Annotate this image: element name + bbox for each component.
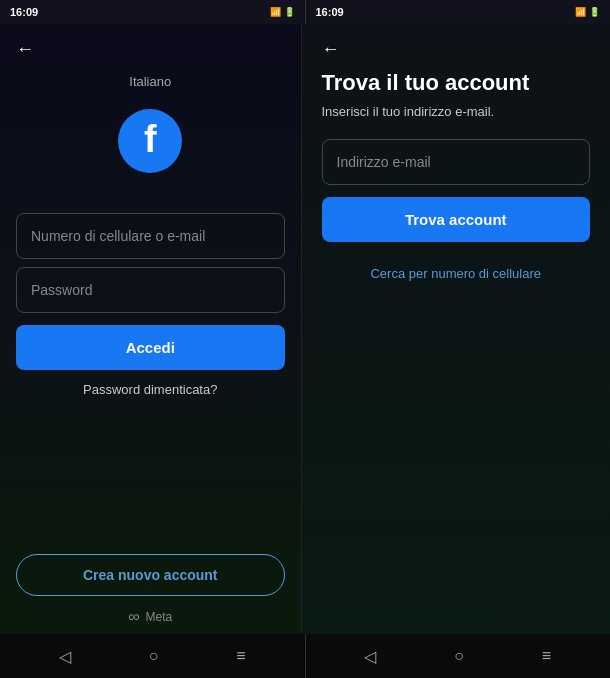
screens-container: ← Italiano f Accedi Password dimenticata… [0,24,610,634]
login-screen: ← Italiano f Accedi Password dimenticata… [0,24,301,634]
signal-icon-right: 📶 [575,7,586,17]
find-account-screen: ← Trova il tuo account Inserisci il tuo … [301,24,611,634]
time-left: 16:09 [10,6,38,18]
navigation-bar: ◁ ○ ≡ ◁ ○ ≡ [0,634,610,678]
password-input[interactable] [16,267,285,313]
nav-home-right[interactable]: ○ [454,647,464,665]
meta-label: Meta [146,610,173,624]
meta-footer: ∞ Meta [128,608,172,626]
find-account-button[interactable]: Trova account [322,197,591,242]
find-account-subtitle: Inserisci il tuo indirizzo e-mail. [322,104,591,119]
nav-right: ◁ ○ ≡ [306,634,611,678]
create-account-button[interactable]: Crea nuovo account [16,554,285,596]
time-right: 16:09 [316,6,344,18]
nav-menu-left[interactable]: ≡ [236,647,245,665]
status-icons-right: 📶 🔋 [575,7,600,17]
facebook-logo: f [118,109,182,173]
status-bar: 16:09 📶 🔋 16:09 📶 🔋 [0,0,610,24]
spacer-right [322,281,591,634]
back-button-right[interactable]: ← [322,40,340,58]
status-bar-right: 16:09 📶 🔋 [305,0,611,24]
status-icons-left: 📶 🔋 [270,7,295,17]
status-bar-left: 16:09 📶 🔋 [0,0,305,24]
meta-infinity-icon: ∞ [128,608,139,626]
email-input[interactable] [322,139,591,185]
search-by-phone-link[interactable]: Cerca per numero di cellulare [322,266,591,281]
battery-icon-right: 🔋 [589,7,600,17]
back-button-left[interactable]: ← [16,40,34,58]
facebook-logo-icon: f [144,120,157,158]
login-button[interactable]: Accedi [16,325,285,370]
find-account-title: Trova il tuo account [322,70,591,96]
nav-back-right[interactable]: ◁ [364,647,376,666]
nav-back-left[interactable]: ◁ [59,647,71,666]
nav-home-left[interactable]: ○ [149,647,159,665]
language-label: Italiano [129,74,171,89]
nav-menu-right[interactable]: ≡ [542,647,551,665]
signal-icon-left: 📶 [270,7,281,17]
phone-email-input[interactable] [16,213,285,259]
nav-left: ◁ ○ ≡ [0,634,305,678]
battery-icon-left: 🔋 [284,7,295,17]
forgot-password-link[interactable]: Password dimenticata? [83,382,217,397]
